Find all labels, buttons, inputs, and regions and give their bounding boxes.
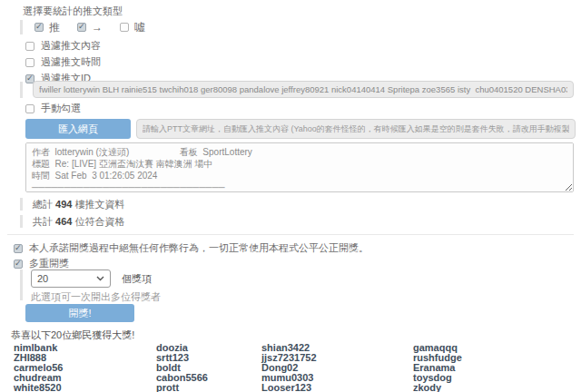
winner-name: white8520 xyxy=(14,383,156,392)
arrow-checkbox[interactable] xyxy=(77,23,86,32)
indent-bar xyxy=(20,198,23,211)
multi-draw-hint: 此選項可一次開出多位得獎者 xyxy=(31,290,161,304)
prize-unit-label: 個獎項 xyxy=(122,272,152,286)
congrats-text: 恭喜以下20位鄉民獲得大獎! xyxy=(11,328,134,342)
winner-name: prott xyxy=(156,383,261,392)
winner-name: Looser123 xyxy=(261,383,413,392)
article-textarea[interactable]: 作者 lotterywin (汶達頭) 看板 SportLottery 標題 R… xyxy=(25,142,574,192)
boo-type-option[interactable]: 噓 xyxy=(120,20,145,35)
prize-count-value: 20 xyxy=(37,273,48,284)
divider xyxy=(7,234,574,235)
boo-label: 噓 xyxy=(134,20,145,35)
push-type-option[interactable]: 推 xyxy=(34,20,60,35)
qualified-row: 共計 464 位符合資格 xyxy=(33,215,124,229)
push-type-section-title: 選擇要統計的推文類型 xyxy=(23,5,123,18)
total-push-suffix: 樓推文資料 xyxy=(74,199,124,210)
qualified-suffix: 位符合資格 xyxy=(74,216,124,227)
prize-count-select[interactable]: 20 xyxy=(31,270,111,288)
push-checkbox[interactable] xyxy=(34,23,44,32)
multi-draw-row[interactable]: 多重開獎 xyxy=(14,257,69,270)
push-type-row: 推 → 噓 xyxy=(34,21,154,34)
multi-draw-checkbox[interactable] xyxy=(14,260,23,269)
lottery-tool-page: 選擇要統計的推文類型 推 → 噓 過濾推文內容 過濾推文時間 過濾推文ID xyxy=(0,0,581,392)
manual-checkbox[interactable] xyxy=(25,104,34,113)
qualified-count: 464 xyxy=(55,216,72,227)
filter-time-row[interactable]: 過濾推文時間 xyxy=(25,55,101,69)
promise-label: 本人承諾開獎過程中絕無任何作弊行為，一切正常使用本程式公平公正開獎。 xyxy=(29,241,369,255)
promise-checkbox[interactable] xyxy=(14,244,23,253)
filter-content-checkbox[interactable] xyxy=(25,42,34,51)
filter-time-label: 過濾推文時間 xyxy=(41,55,101,69)
indent-bar xyxy=(20,270,23,300)
winner-name: zkody xyxy=(413,383,462,392)
ptt-url-input[interactable] xyxy=(136,119,576,139)
promise-row[interactable]: 本人承諾開獎過程中絕無任何作弊行為，一切正常使用本程式公平公正開獎。 xyxy=(14,241,369,255)
arrow-label: → xyxy=(92,21,103,34)
manual-check-row[interactable]: 手動勾選 xyxy=(25,102,81,115)
manual-label: 手動勾選 xyxy=(41,102,81,115)
filter-content-row[interactable]: 過濾推文內容 xyxy=(25,39,101,53)
total-push-row: 總計 494 樓推文資料 xyxy=(33,198,124,211)
indent-bar xyxy=(20,82,23,98)
push-label: 推 xyxy=(49,20,60,35)
total-push-count: 494 xyxy=(55,199,72,210)
filter-time-checkbox[interactable] xyxy=(25,58,34,67)
arrow-type-option[interactable]: → xyxy=(77,21,103,34)
winners-grid: nimlbankZHI888carmelo56chudreamwhite8520… xyxy=(14,343,462,392)
indent-bar xyxy=(20,20,23,34)
multi-draw-label: 多重開獎 xyxy=(29,257,69,270)
draw-button[interactable]: 開獎! xyxy=(25,304,134,322)
indent-bar xyxy=(20,215,23,228)
import-webpage-button[interactable]: 匯入網頁 xyxy=(25,119,131,139)
boo-checkbox[interactable] xyxy=(120,23,129,32)
chevron-down-icon xyxy=(96,276,104,281)
total-push-prefix: 總計 xyxy=(33,199,53,210)
filter-content-label: 過濾推文內容 xyxy=(41,39,101,53)
id-filter-input[interactable] xyxy=(33,81,574,98)
qualified-prefix: 共計 xyxy=(33,216,53,227)
